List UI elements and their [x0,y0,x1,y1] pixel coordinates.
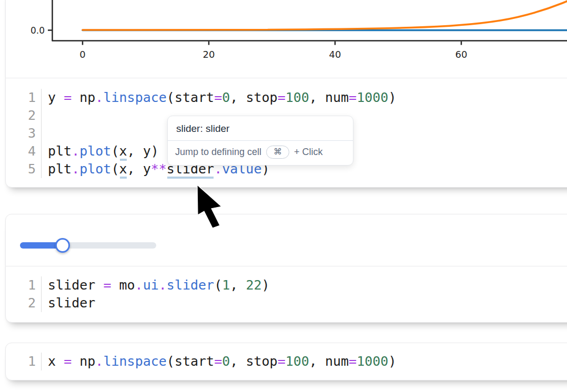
code-token: np [79,354,95,369]
x-tick-label: 0 [79,49,85,60]
code-token: = [64,90,72,105]
code-token [95,277,103,293]
code-token: = [214,354,222,369]
code-token: 100 [286,354,309,369]
code-token: y [143,143,151,159]
code-token: ( [111,161,119,177]
variable-reference-link[interactable]: x [119,161,127,177]
matplotlib-chart: 0.0 0204060 [6,0,567,78]
line-number: 2 [6,294,42,312]
line-number: 1 [6,276,42,294]
code-token [56,354,64,369]
code-line: 1y = np.linspace(start=0, stop=100, num=… [6,89,567,107]
code-text [42,125,48,142]
slider-widget[interactable] [20,235,156,256]
cell-slider: 1slider = mo.ui.slider(1, 22)2slider [5,214,567,323]
code-token: 100 [286,90,309,105]
code-token: plt [48,143,72,159]
code-token: 0 [222,354,230,369]
code-token: num [325,354,349,369]
slider-track[interactable] [20,242,156,249]
variable-reference-link[interactable]: x [119,143,127,159]
code-token [72,90,79,105]
code-line: 1x = np.linspace(start=0, stop=100, num=… [6,353,567,370]
code-token: = [349,354,357,369]
code-token: , [309,90,325,105]
line-number: 2 [6,107,42,125]
code-token: . [135,277,143,293]
code-token: , [230,277,246,293]
code-token: = [64,354,72,369]
tooltip-click-hint: + Click [294,147,323,158]
code-token: linspace [103,90,166,105]
code-token: ( [167,354,175,369]
tooltip-title: slider: slider [168,116,353,140]
code-token: = [278,354,286,369]
code-token: start [175,90,214,105]
code-text: x = np.linspace(start=0, stop=100, num=1… [42,353,396,370]
code-token: = [349,90,357,105]
line-number: 4 [6,142,42,160]
code-text [42,107,48,125]
y-tick-label: 0.0 [31,25,45,36]
code-text: y = np.linspace(start=0, stop=100, num=1… [42,89,396,107]
code-token: slider [167,277,214,293]
code-token: . [95,90,103,105]
code-token: . [95,354,103,369]
code-token: y [48,90,56,105]
code-token: 22 [246,277,261,293]
code-token: ) [151,143,159,159]
code-line: 1slider = mo.ui.slider(1, 22) [6,276,567,294]
mouse-cursor-icon [185,184,232,234]
x-tick-label: 20 [203,49,215,60]
code-token: = [103,277,111,293]
code-token: plt [48,161,72,177]
code-token: ) [388,90,396,105]
code-token: . [159,277,167,293]
cell-x: 1x = np.linspace(start=0, stop=100, num=… [5,343,567,380]
code-token: , [230,90,246,105]
code-token: ) [388,354,396,369]
slider-thumb[interactable] [55,238,70,253]
line-number: 1 [6,89,42,107]
code-token: 0 [222,90,230,105]
code-token: , [127,143,143,159]
code-token: = [214,90,222,105]
cell-output-slider [6,214,567,266]
code-token: plot [79,161,111,177]
code-editor-slider[interactable]: 1slider = mo.ui.slider(1, 22)2slider [6,266,567,321]
code-token: , [127,161,143,177]
x-tick-label: 40 [329,49,341,60]
code-token: np [79,90,95,105]
code-token: ( [214,277,222,293]
series-power-curve [83,0,567,30]
code-token [72,354,79,369]
code-text: plt.plot(x, y) [42,142,159,160]
code-line: 2slider [6,294,567,312]
line-number: 5 [6,160,42,178]
code-token: = [278,90,286,105]
code-token: mo [119,277,135,293]
code-token: ( [111,143,119,159]
code-token: . [72,161,79,177]
code-token: num [325,90,349,105]
code-editor-x[interactable]: 1x = np.linspace(start=0, stop=100, num=… [6,343,567,380]
tooltip-action-row: Jump to defining cell ⌘ + Click [168,140,353,165]
x-axis-ticks: 0204060 [79,42,467,60]
code-token: stop [246,354,277,369]
x-tick-label: 60 [455,49,468,60]
code-token: x [48,354,56,369]
code-token: slider [48,277,95,293]
tooltip-action-label: Jump to defining cell [175,147,261,158]
code-token: y [143,161,151,177]
code-token: linspace [103,354,166,369]
code-token: 1 [222,277,230,293]
code-token: . [72,143,79,159]
code-token: start [175,354,214,369]
code-text: slider [42,294,95,312]
code-token: stop [246,90,277,105]
code-token: ui [143,277,159,293]
code-text: slider = mo.ui.slider(1, 22) [42,276,270,294]
code-token: ) [262,277,270,293]
code-token [111,277,119,293]
